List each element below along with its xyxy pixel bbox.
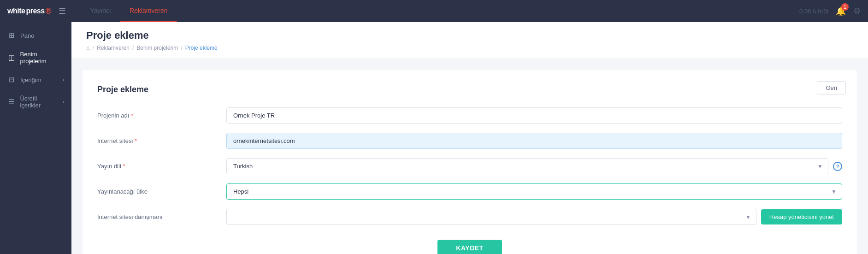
sidebar-item-projects[interactable]: ◫ Benim projelerim — [0, 45, 71, 70]
balance-display: 0,00 ₺ brüt — [799, 8, 828, 15]
label-project-name: Projenin adı * — [97, 112, 226, 119]
country-select[interactable]: Hepsi — [226, 183, 842, 200]
consultant-select-container: ▼ — [226, 209, 756, 225]
field-consultant: İnternet sitesi danışmanı ▼ Hesap yöneti… — [97, 209, 842, 225]
main-layout: ⊞ Pano ◫ Benim projelerim ⊟ İçeriğim › ☰… — [0, 22, 868, 254]
top-right-area: 0,00 ₺ brüt 🔔 1 ⚙ — [799, 6, 861, 16]
home-icon[interactable]: ⌂ — [86, 44, 90, 51]
save-button[interactable]: KAYDET — [437, 240, 502, 254]
chevron-right-icon-2: › — [63, 100, 64, 105]
logo: whitepress® — [7, 6, 51, 16]
form-actions: KAYDET — [97, 240, 842, 254]
label-consultant: İnternet sitesi danışmanı — [97, 213, 226, 220]
field-language: Yayın dili * Turkish English ▼ ? — [97, 158, 842, 174]
input-wrap-project-name — [226, 107, 842, 124]
paid-content-icon: ☰ — [7, 98, 15, 106]
sidebar-item-content[interactable]: ⊟ İçeriğim › — [0, 70, 71, 89]
tab-publisher[interactable]: Yayıncı — [81, 0, 120, 22]
sidebar: ⊞ Pano ◫ Benim projelerim ⊟ İçeriğim › ☰… — [0, 22, 71, 254]
main-content: Proje ekleme ⌂ / Reklamveren / Benim pro… — [71, 22, 868, 254]
select-wrap-language: Turkish English ▼ ? — [226, 158, 842, 174]
breadcrumb: ⌂ / Reklamveren / Benim projelerim / Pro… — [86, 44, 853, 51]
breadcrumb-sep-1: / — [93, 45, 94, 51]
country-select-container: Hepsi ▼ — [226, 183, 842, 200]
back-button[interactable]: Geri — [817, 81, 846, 95]
logo-text: white — [7, 7, 25, 15]
language-select-container: Turkish English ▼ — [226, 158, 828, 174]
website-input[interactable] — [226, 133, 842, 149]
project-name-input[interactable] — [226, 107, 842, 124]
consultant-select[interactable] — [226, 209, 756, 225]
projects-icon: ◫ — [7, 53, 16, 62]
hamburger-icon[interactable]: ☰ — [59, 6, 66, 16]
sidebar-item-paid[interactable]: ☰ Ücretli içerikler › — [0, 89, 71, 114]
language-select[interactable]: Turkish English — [226, 158, 828, 174]
breadcrumb-my-projects[interactable]: Benim projelerim — [136, 45, 178, 51]
tab-advertiser[interactable]: Reklamveren — [120, 0, 177, 22]
sidebar-label-content: İçeriğim — [20, 77, 41, 83]
select-wrap-consultant: ▼ Hesap yöneticisini yönet — [226, 209, 842, 225]
breadcrumb-advertiser[interactable]: Reklamveren — [97, 45, 130, 51]
form-card-title: Proje ekleme — [97, 85, 842, 95]
field-country: Yayınlanacağı ülke Hepsi ▼ — [97, 183, 842, 200]
dashboard-icon: ⊞ — [7, 31, 16, 40]
field-website: İnternet sitesi * — [97, 133, 842, 149]
sidebar-label-pano: Pano — [20, 32, 34, 39]
input-wrap-website — [226, 133, 842, 149]
top-tabs: Yayıncı Reklamveren — [81, 0, 177, 22]
breadcrumb-sep-2: / — [132, 45, 134, 51]
label-language: Yayın dili * — [97, 163, 226, 170]
page-title: Proje ekleme — [86, 30, 853, 41]
select-wrap-country: Hepsi ▼ — [226, 183, 842, 200]
content-icon: ⊟ — [7, 76, 16, 84]
help-icon[interactable]: ? — [833, 162, 842, 171]
label-country: Yayınlanacağı ülke — [97, 188, 226, 195]
breadcrumb-sep-3: / — [181, 45, 182, 51]
chevron-right-icon: › — [63, 77, 64, 83]
breadcrumb-current: Proje ekleme — [185, 45, 218, 51]
field-project-name: Projenin adı * — [97, 107, 842, 124]
label-website: İnternet sitesi * — [97, 137, 226, 144]
top-navigation: whitepress® ☰ Yayıncı Reklamveren 0,00 ₺… — [0, 0, 868, 22]
sidebar-label-projects: Benim projelerim — [20, 51, 64, 65]
page-header: Proje ekleme ⌂ / Reklamveren / Benim pro… — [71, 22, 868, 59]
manage-account-button[interactable]: Hesap yöneticisini yönet — [761, 209, 842, 224]
form-card: Proje ekleme Geri Projenin adı * İnterne… — [83, 70, 857, 254]
sidebar-label-paid: Ücretli içerikler — [20, 95, 58, 109]
notification-bell[interactable]: 🔔 1 — [836, 6, 846, 16]
notification-badge: 1 — [841, 3, 849, 11]
sidebar-item-pano[interactable]: ⊞ Pano — [0, 26, 71, 45]
settings-gear-icon[interactable]: ⚙ — [853, 6, 861, 16]
